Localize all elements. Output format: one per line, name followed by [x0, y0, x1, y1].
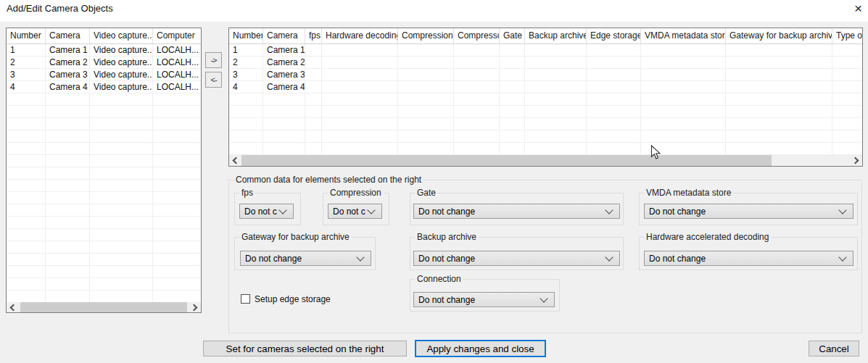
table-cell[interactable]: 4: [7, 81, 46, 93]
table-cell[interactable]: [641, 57, 726, 69]
table-cell[interactable]: [322, 57, 398, 69]
table-cell[interactable]: 1: [7, 44, 46, 57]
table-row[interactable]: 2Camera 2: [229, 57, 862, 69]
table-cell[interactable]: Camera 2: [263, 57, 305, 69]
table-cell[interactable]: [525, 44, 587, 57]
table-cell[interactable]: Video capture...: [90, 57, 153, 69]
table-cell[interactable]: [726, 81, 832, 93]
column-header-compressor[interactable]: Compressor: [454, 28, 500, 44]
table-cell[interactable]: [726, 57, 832, 69]
table-cell[interactable]: [726, 44, 832, 57]
left-table-horizontal-scrollbar[interactable]: [7, 302, 201, 312]
table-cell[interactable]: [500, 81, 525, 93]
table-cell[interactable]: 3: [229, 69, 263, 81]
table-cell[interactable]: [832, 69, 863, 81]
column-header-type-o[interactable]: Type o: [832, 28, 863, 44]
table-cell[interactable]: 4: [229, 81, 263, 93]
move-to-right-button[interactable]: ->: [205, 52, 222, 68]
table-cell[interactable]: [641, 69, 726, 81]
table-cell[interactable]: Video capture...: [90, 44, 153, 57]
table-cell[interactable]: LOCALH...: [153, 69, 202, 81]
table-cell[interactable]: [322, 44, 398, 57]
table-cell[interactable]: Camera 2: [46, 57, 90, 69]
column-header-camera[interactable]: Camera: [263, 28, 305, 44]
column-header-gate[interactable]: Gate: [500, 28, 525, 44]
column-header-vmda-metadata-store[interactable]: VMDA metadata store: [641, 28, 726, 44]
column-header-hardware-decoding[interactable]: Hardware decoding: [322, 28, 398, 44]
scrollbar-thumb[interactable]: [20, 302, 187, 312]
table-cell[interactable]: Camera 4: [263, 81, 305, 93]
table-cell[interactable]: [500, 44, 525, 57]
scroll-right-arrow[interactable]: [851, 155, 862, 166]
right-table-horizontal-scrollbar[interactable]: [229, 155, 862, 166]
table-cell[interactable]: LOCALH...: [153, 44, 202, 57]
compression-combobox[interactable]: Do not cha: [328, 204, 382, 219]
table-cell[interactable]: [726, 69, 832, 81]
source-cameras-table[interactable]: NumberCameraVideo capture...Computer 1Ca…: [6, 28, 202, 313]
table-cell[interactable]: LOCALH...: [153, 81, 202, 93]
scrollbar-thumb[interactable]: [241, 155, 772, 166]
table-cell[interactable]: Camera 1: [46, 44, 90, 57]
gateway-backup-archive-combobox[interactable]: Do not change: [240, 251, 371, 266]
scroll-left-arrow[interactable]: [229, 155, 241, 166]
table-cell[interactable]: [454, 57, 500, 69]
table-cell[interactable]: Camera 3: [263, 69, 305, 81]
table-cell[interactable]: [587, 57, 641, 69]
column-header-number[interactable]: Number: [229, 28, 263, 44]
table-cell[interactable]: [454, 44, 500, 57]
table-cell[interactable]: [832, 81, 863, 93]
table-cell[interactable]: [398, 69, 454, 81]
table-cell[interactable]: [641, 81, 726, 93]
table-cell[interactable]: [398, 57, 454, 69]
table-cell[interactable]: [525, 69, 587, 81]
table-cell[interactable]: [587, 44, 641, 57]
table-cell[interactable]: [398, 44, 454, 57]
scroll-right-arrow[interactable]: [189, 302, 201, 312]
setup-edge-storage-checkbox[interactable]: [241, 294, 250, 304]
column-header-camera[interactable]: Camera: [46, 28, 90, 44]
table-cell[interactable]: Camera 3: [46, 69, 90, 81]
table-row[interactable]: 3Camera 3: [229, 69, 862, 81]
column-header-fps[interactable]: fps: [305, 28, 322, 44]
table-cell[interactable]: [454, 81, 500, 93]
column-header-edge-storage[interactable]: Edge storage: [587, 28, 641, 44]
table-cell[interactable]: LOCALH...: [153, 57, 202, 69]
hardware-decoding-combobox[interactable]: Do not change: [644, 251, 853, 266]
gate-combobox[interactable]: Do not change: [413, 204, 620, 219]
table-cell[interactable]: [832, 44, 863, 57]
table-cell[interactable]: [305, 81, 322, 93]
set-for-cameras-button[interactable]: Set for cameras selected on the right: [203, 341, 407, 356]
table-row[interactable]: 4Camera 4Video capture...LOCALH...: [7, 81, 201, 93]
table-cell[interactable]: Camera 4: [46, 81, 90, 93]
fps-combobox[interactable]: Do not cha: [239, 204, 294, 219]
table-row[interactable]: 2Camera 2Video capture...LOCALH...: [7, 57, 201, 69]
move-to-left-button[interactable]: <-: [205, 72, 222, 88]
table-cell[interactable]: Video capture...: [90, 81, 153, 93]
column-header-number[interactable]: Number: [7, 28, 46, 44]
table-row[interactable]: 1Camera 1: [229, 44, 862, 57]
column-header-video-capture[interactable]: Video capture...: [90, 28, 153, 44]
table-row[interactable]: 1Camera 1Video capture...LOCALH...: [7, 44, 201, 57]
target-cameras-table[interactable]: NumberCamerafpsHardware decodingCompress…: [228, 28, 863, 167]
table-cell[interactable]: 2: [7, 57, 46, 69]
table-cell[interactable]: [587, 81, 641, 93]
table-cell[interactable]: Camera 1: [263, 44, 305, 57]
table-row[interactable]: 3Camera 3Video capture...LOCALH...: [7, 69, 201, 81]
column-header-backup-archive[interactable]: Backup archive: [525, 28, 587, 44]
table-cell[interactable]: [525, 57, 587, 69]
table-cell[interactable]: [500, 57, 525, 69]
table-cell[interactable]: [322, 69, 398, 81]
table-cell[interactable]: [500, 69, 525, 81]
table-cell[interactable]: Video capture...: [90, 69, 153, 81]
table-cell[interactable]: [305, 69, 322, 81]
table-cell[interactable]: [454, 69, 500, 81]
table-cell[interactable]: [398, 81, 454, 93]
table-cell[interactable]: [587, 69, 641, 81]
scroll-left-arrow[interactable]: [7, 302, 18, 312]
table-cell[interactable]: [305, 57, 322, 69]
connection-combobox[interactable]: Do not change: [413, 292, 555, 307]
close-icon[interactable]: ×: [848, 0, 868, 17]
table-cell[interactable]: [305, 44, 322, 57]
table-cell[interactable]: [525, 81, 587, 93]
column-header-computer[interactable]: Computer: [153, 28, 202, 44]
